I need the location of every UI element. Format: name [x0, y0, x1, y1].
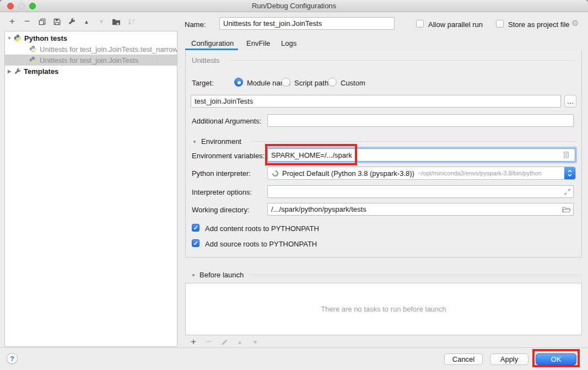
before-launch-task-list[interactable]: There are no tasks to run before launch: [185, 283, 582, 335]
move-up-button[interactable]: ▲: [82, 17, 91, 26]
minus-icon: −: [24, 17, 30, 26]
browse-target-button[interactable]: …: [564, 95, 576, 108]
add-configuration-button[interactable]: +: [8, 17, 17, 26]
chevron-right-icon[interactable]: ▶: [5, 69, 14, 74]
environment-section-twisty[interactable]: ▼: [192, 140, 197, 144]
tree-item-label: Templates: [24, 67, 58, 76]
python-interpreter-label: Python interpreter:: [192, 169, 251, 178]
copy-icon: [38, 18, 46, 26]
dropdown-stepper-icon[interactable]: [564, 167, 575, 180]
python-interpreter-path: ~/opt/miniconda3/envs/pyspark-3.8/bin/py…: [418, 170, 542, 176]
footer-divider: [0, 347, 588, 348]
save-configuration-button[interactable]: [52, 17, 61, 26]
arrow-up-icon: ▲: [237, 339, 242, 345]
save-icon: [53, 18, 61, 26]
help-button[interactable]: ?: [7, 353, 18, 364]
edit-variables-icon[interactable]: [563, 152, 570, 159]
target-script-path-label[interactable]: Script path: [294, 79, 328, 87]
add-source-roots-checkbox[interactable]: ✓: [192, 239, 199, 247]
add-source-roots-label[interactable]: Add source roots to PYTHONPATH: [205, 240, 317, 248]
before-launch-label: Before launch: [199, 271, 244, 279]
environment-variables-label: Environment variables:: [192, 152, 265, 160]
wrench-icon: [14, 68, 21, 75]
working-directory-label: Working directory:: [192, 206, 250, 214]
target-label: Target:: [192, 79, 214, 87]
configurations-toolbar: + − ▲ ▼: [8, 17, 136, 26]
interpreter-options-input[interactable]: [267, 185, 574, 198]
section-rule: [229, 60, 576, 61]
arrow-up-icon: ▲: [84, 19, 89, 25]
before-launch-toolbar: + − ▲ ▼: [189, 337, 260, 347]
folder-icon[interactable]: [562, 206, 571, 213]
arrow-down-icon: ▼: [252, 339, 258, 345]
tree-item-label: Unittests for test_join.JoinTests.test_n…: [40, 45, 177, 53]
chevron-down-icon[interactable]: ▼: [5, 36, 14, 41]
edit-task-button[interactable]: [220, 337, 229, 347]
sort-configurations-button[interactable]: [127, 17, 136, 26]
cancel-button[interactable]: Cancel: [444, 353, 483, 365]
target-custom-radio[interactable]: [328, 78, 337, 87]
question-mark-icon: ?: [10, 355, 14, 363]
copy-configuration-button[interactable]: [37, 17, 46, 26]
name-label: Name:: [185, 20, 206, 29]
move-down-button[interactable]: ▼: [97, 17, 106, 26]
store-as-project-file-checkbox[interactable]: [496, 20, 504, 28]
tree-item-label: Python tests: [24, 34, 67, 42]
allow-parallel-run-label: Allow parallel run: [428, 20, 483, 29]
additional-arguments-label: Additional Arguments:: [192, 117, 261, 125]
ok-button[interactable]: OK: [536, 353, 576, 365]
python-interpreter-select[interactable]: Project Default (Python 3.8 (pyspark-3.8…: [267, 167, 576, 180]
ok-button-label: OK: [551, 355, 562, 363]
python-interpreter-value: Project Default (Python 3.8 (pyspark-3.8…: [282, 169, 414, 178]
conda-env-icon: [271, 169, 280, 178]
target-input[interactable]: [191, 95, 561, 108]
environment-section-label: Environment: [201, 137, 241, 146]
remove-task-button[interactable]: −: [204, 337, 213, 347]
target-script-path-radio[interactable]: [282, 78, 290, 87]
tree-item-label: Unittests for test_join.JoinTests: [40, 56, 138, 65]
tab-envfile[interactable]: EnvFile: [246, 39, 270, 47]
environment-variables-input[interactable]: [267, 148, 575, 162]
check-icon: ✓: [193, 224, 198, 232]
add-content-roots-checkbox[interactable]: ✓: [192, 224, 199, 232]
add-task-button[interactable]: +: [189, 337, 198, 347]
allow-parallel-run-checkbox[interactable]: [416, 20, 424, 28]
sort-az-icon: [127, 18, 136, 26]
store-as-project-file-label: Store as project file: [508, 20, 569, 29]
move-task-up-button[interactable]: ▲: [235, 337, 244, 347]
python-run-config-icon: [29, 45, 37, 53]
move-task-down-button[interactable]: ▼: [251, 337, 260, 347]
arrow-down-icon: ▼: [99, 19, 104, 25]
unittests-section-label: Unittests: [192, 56, 220, 65]
before-launch-empty-text: There are no tasks to run before launch: [321, 305, 446, 313]
run-debug-configurations-dialog: Run/Debug Configurations + − ▲ ▼ ▼ Pytho…: [0, 0, 588, 370]
configuration-panel: Unittests Target: Module name Script pat…: [185, 50, 582, 258]
expand-field-icon[interactable]: [564, 189, 571, 196]
apply-button[interactable]: Apply: [490, 353, 528, 365]
tree-item-unittests-jointests[interactable]: Unittests for test_join.JoinTests: [5, 55, 177, 66]
interpreter-options-label: Interpreter options:: [192, 188, 252, 196]
configurations-tree: ▼ Python tests Unittests for test_join.J…: [4, 31, 177, 347]
edit-templates-button[interactable]: [67, 17, 76, 26]
section-rule: [251, 141, 576, 142]
tree-item-unittests-test-narrow[interactable]: Unittests for test_join.JoinTests.test_n…: [5, 44, 177, 55]
target-custom-label[interactable]: Custom: [341, 79, 365, 87]
section-rule: [249, 275, 582, 275]
store-options-gear-icon[interactable]: ⚙: [571, 19, 579, 27]
tree-item-templates[interactable]: ▶ Templates: [5, 66, 177, 77]
target-module-name-radio[interactable]: [234, 78, 243, 87]
add-content-roots-label[interactable]: Add content roots to PYTHONPATH: [205, 224, 319, 233]
before-launch-twisty[interactable]: ▼: [191, 273, 196, 278]
name-input[interactable]: [219, 17, 395, 30]
additional-arguments-input[interactable]: [267, 114, 574, 127]
tab-logs[interactable]: Logs: [281, 39, 296, 47]
plus-icon: +: [191, 337, 196, 346]
tab-configuration[interactable]: Configuration: [191, 39, 234, 47]
working-directory-input[interactable]: [267, 203, 574, 216]
create-folder-button[interactable]: [112, 17, 121, 26]
apply-button-label: Apply: [500, 355, 519, 363]
title-bar[interactable]: Run/Debug Configurations: [0, 0, 588, 12]
tree-item-python-tests[interactable]: ▼ Python tests: [5, 33, 177, 44]
remove-configuration-button[interactable]: −: [23, 17, 31, 26]
cancel-button-label: Cancel: [452, 355, 474, 363]
